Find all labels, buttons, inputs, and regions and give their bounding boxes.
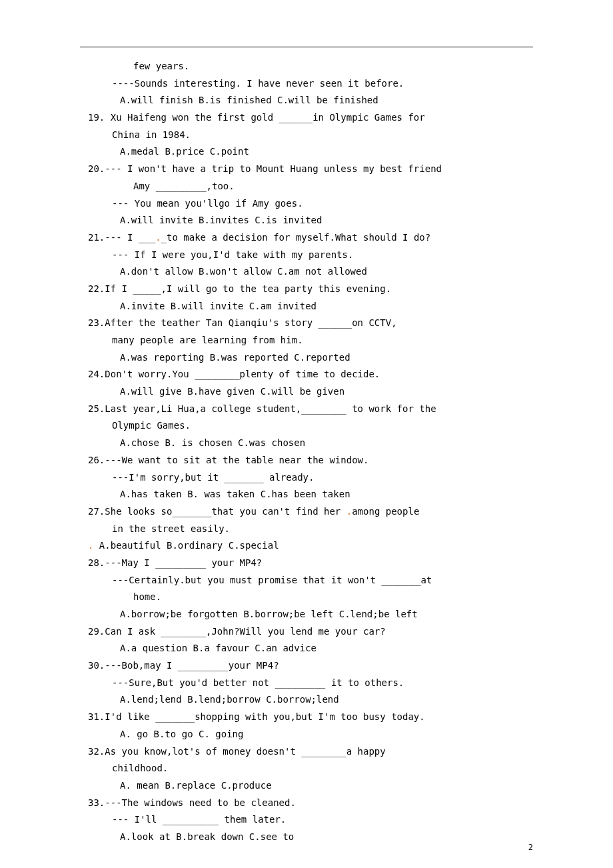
options-line: A.don't allow B.won't allow C.am not all…: [80, 265, 533, 279]
question-line: 23.After the teather Tan Qianqiu's story…: [80, 316, 533, 331]
question-text: 28.---May I _________ your MP4?: [88, 557, 262, 568]
options-text: A.will give B.have given C.will be given: [120, 386, 344, 397]
question-line: 29.Can I ask ________,John?Will you lend…: [80, 625, 533, 639]
question-line: 22.If I _____,I will go to the tea party…: [80, 282, 533, 297]
continuation-text: home.: [133, 591, 161, 602]
dialog-text: ---Certainly.but you must promise that i…: [112, 575, 432, 585]
question-text: 30.---Bob,may I _________your MP4?: [88, 660, 279, 671]
options-text: A.has taken B. was taken C.has been take…: [120, 489, 350, 499]
question-line: 21.--- I ___._to make a decision for mys…: [80, 231, 533, 245]
options-text: A.don't allow B.won't allow C.am not all…: [120, 266, 367, 277]
question-text: 31.I'd like _______shopping with you,but…: [88, 711, 425, 722]
options-line: A.was reporting B.was reported C.reporte…: [80, 351, 533, 365]
question-line: 27.She looks so_______that you can't fin…: [80, 505, 533, 519]
question-line: 19. Xu Haifeng won the first gold ______…: [80, 111, 533, 125]
options-line: A. mean B.replace C.produce: [80, 779, 533, 793]
dialog-text: ---I'm sorry,but it _______ already.: [112, 472, 314, 483]
options-text-suffix: A.beautiful B.ordinary C.special: [93, 540, 279, 551]
options-text: A.was reporting B.was reported C.reporte…: [120, 352, 350, 363]
options-text: A.borrow;be forgotten B.borrow;be left C…: [120, 609, 418, 619]
dialog-text: China in 1984.: [112, 129, 191, 140]
options-text: A.invite B.will invite C.am invited: [120, 301, 316, 311]
question-text-prefix: 21.--- I ___: [88, 232, 155, 243]
question-text: 25.Last year,Li Hua,a college student,__…: [88, 403, 436, 414]
question-list: few years.----Sounds interesting. I have…: [80, 59, 533, 845]
question-line: 31.I'd like _______shopping with you,but…: [80, 710, 533, 725]
horizontal-rule: [80, 47, 533, 47]
continuation-line: few years.: [80, 59, 533, 74]
dialog-line: ----Sounds interesting. I have never see…: [80, 77, 533, 91]
dialog-text: --- I'll __________ them later.: [112, 814, 286, 825]
question-text: 32.As you know,lot's of money doesn't __…: [88, 746, 386, 757]
dialog-line: childhood.: [80, 761, 533, 776]
dialog-line: ---Sure,But you'd better not _________ i…: [80, 676, 533, 691]
options-text: A.will finish B.is finished C.will be fi…: [120, 95, 378, 105]
page-number: 2: [528, 841, 533, 854]
dialog-line: in the street easily.: [80, 522, 533, 537]
options-line: A.borrow;be forgotten B.borrow;be left C…: [80, 607, 533, 622]
options-text: A.will invite B.invites C.is invited: [120, 215, 322, 225]
dialog-line: --- If I were you,I'd take with my paren…: [80, 248, 533, 263]
dialog-line: ---I'm sorry,but it _______ already.: [80, 471, 533, 485]
question-text: 23.After the teather Tan Qianqiu's story…: [88, 317, 397, 328]
dialog-text: Olympic Games.: [112, 420, 191, 431]
marker-dot: .: [155, 232, 161, 243]
question-line: 32.As you know,lot's of money doesn't __…: [80, 745, 533, 759]
options-text: A. mean B.replace C.produce: [120, 780, 272, 791]
continuation-text: Amy _________,too.: [133, 181, 235, 191]
options-text: A.medal B.price C.point: [120, 146, 249, 157]
dialog-line: many people are learning from him.: [80, 333, 533, 348]
dialog-line: --- I'll __________ them later.: [80, 813, 533, 827]
question-line: 20.--- I won't have a trip to Mount Huan…: [80, 162, 533, 177]
options-line: A.will finish B.is finished C.will be fi…: [80, 93, 533, 108]
options-line: A.chose B. is chosen C.was chosen: [80, 436, 533, 451]
continuation-line: Amy _________,too.: [80, 179, 533, 194]
dialog-line: Olympic Games.: [80, 419, 533, 433]
question-line: 24.Don't worry.You ________plenty of tim…: [80, 367, 533, 382]
options-text: A.chose B. is chosen C.was chosen: [120, 437, 305, 448]
dialog-line: ---Certainly.but you must promise that i…: [80, 573, 533, 588]
question-text-suffix: among people: [352, 506, 419, 517]
question-text: 33.---The windows need to be cleaned.: [88, 797, 296, 808]
dialog-text: --- You mean you'llgo if Amy goes.: [112, 198, 303, 209]
options-line: A.invite B.will invite C.am invited: [80, 299, 533, 314]
options-line: A.will invite B.invites C.is invited: [80, 213, 533, 228]
question-text: 24.Don't worry.You ________plenty of tim…: [88, 369, 380, 379]
options-line: A.look at B.break down C.see to: [80, 830, 533, 845]
question-line: 30.---Bob,may I _________your MP4?: [80, 659, 533, 673]
question-line: 25.Last year,Li Hua,a college student,__…: [80, 402, 533, 417]
question-text-suffix: _to make a decision for myself.What shou…: [161, 232, 431, 243]
options-line: A.will give B.have given C.will be given: [80, 385, 533, 399]
question-text-prefix: 27.She looks so_______that you can't fin…: [88, 506, 346, 517]
options-line: A.a question B.a favour C.an advice: [80, 641, 533, 656]
question-text: 26.---We want to sit at the table near t…: [88, 455, 368, 465]
options-text: A.a question B.a favour C.an advice: [120, 643, 316, 653]
options-line: A.has taken B. was taken C.has been take…: [80, 487, 533, 502]
question-line: 28.---May I _________ your MP4?: [80, 556, 533, 571]
question-text: 29.Can I ask ________,John?Will you lend…: [88, 626, 386, 637]
dialog-text: in the street easily.: [112, 523, 230, 534]
dialog-line: China in 1984.: [80, 128, 533, 143]
dialog-line: --- You mean you'llgo if Amy goes.: [80, 197, 533, 211]
question-text: 22.If I _____,I will go to the tea party…: [88, 283, 391, 294]
dialog-text: ---Sure,But you'd better not _________ i…: [112, 677, 404, 688]
dialog-text: many people are learning from him.: [112, 335, 303, 345]
marker-dot: .: [346, 506, 352, 517]
options-text: A.lend;lend B.lend;borrow C.borrow;lend: [120, 694, 339, 705]
dialog-text: ----Sounds interesting. I have never see…: [112, 78, 404, 89]
options-line: A.lend;lend B.lend;borrow C.borrow;lend: [80, 693, 533, 707]
continuation-line: home.: [80, 590, 533, 605]
question-text: 19. Xu Haifeng won the first gold ______…: [88, 112, 425, 123]
options-line: . A.beautiful B.ordinary C.special: [80, 539, 533, 553]
document-page: few years.----Sounds interesting. I have…: [0, 0, 613, 868]
options-text: A. go B.to go C. going: [120, 729, 243, 739]
continuation-text: few years.: [133, 61, 189, 71]
dialog-text: childhood.: [112, 763, 168, 773]
question-line: 26.---We want to sit at the table near t…: [80, 453, 533, 468]
options-line: A.medal B.price C.point: [80, 145, 533, 159]
options-text: A.look at B.break down C.see to: [120, 831, 294, 842]
question-text: 20.--- I won't have a trip to Mount Huan…: [88, 163, 442, 174]
dialog-text: --- If I were you,I'd take with my paren…: [112, 249, 353, 260]
options-line: A. go B.to go C. going: [80, 727, 533, 742]
question-line: 33.---The windows need to be cleaned.: [80, 796, 533, 811]
